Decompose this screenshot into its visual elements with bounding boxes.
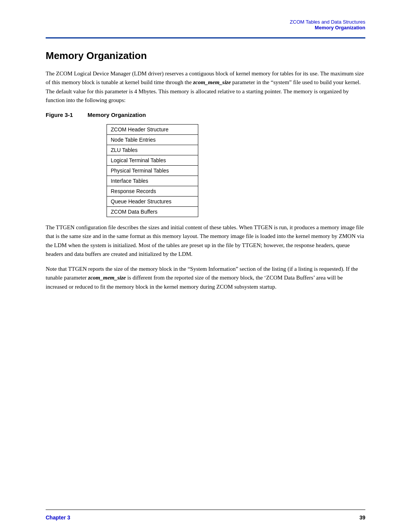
footer-chapter: Chapter 3 (46, 514, 70, 521)
page-footer: Chapter 3 39 (0, 510, 411, 532)
section-title: Memory Organization (46, 50, 365, 62)
page-header: ZCOM Tables and Data Structures Memory O… (0, 0, 411, 30)
table-row: ZLU Tables (107, 145, 198, 155)
table-row: Physical Terminal Tables (107, 166, 198, 176)
breadcrumb-line2: Memory Organization (46, 25, 365, 30)
table-row: Response Records (107, 186, 198, 197)
table-row: Interface Tables (107, 176, 198, 186)
memory-org-table: ZCOM Header StructureNode Table EntriesZ… (107, 124, 198, 217)
main-content: Memory Organization The ZCOM Logical Dev… (0, 38, 411, 398)
table-row: Logical Terminal Tables (107, 155, 198, 166)
top-rule (46, 37, 365, 38)
table-row: ZCOM Data Buffers (107, 207, 198, 217)
figure-label: Figure 3-1 (46, 111, 88, 118)
figure-caption: Memory Organization (88, 111, 146, 118)
table-row: Node Table Entries (107, 135, 198, 145)
breadcrumb-line1: ZCOM Tables and Data Structures (46, 19, 365, 25)
paragraph-2: The TTGEN configuration file describes t… (46, 223, 365, 259)
paragraph-3: Note that TTGEN reports the size of the … (46, 265, 365, 291)
spacer (0, 398, 411, 498)
page: ZCOM Tables and Data Structures Memory O… (0, 0, 411, 532)
footer-page-number: 39 (359, 514, 365, 521)
table-row: ZCOM Header Structure (107, 125, 198, 135)
table-row: Queue Header Structures (107, 197, 198, 207)
paragraph-1: The ZCOM Logical Device Manager (LDM dri… (46, 69, 365, 105)
figure-header-row: Figure 3-1 Memory Organization (46, 111, 365, 118)
